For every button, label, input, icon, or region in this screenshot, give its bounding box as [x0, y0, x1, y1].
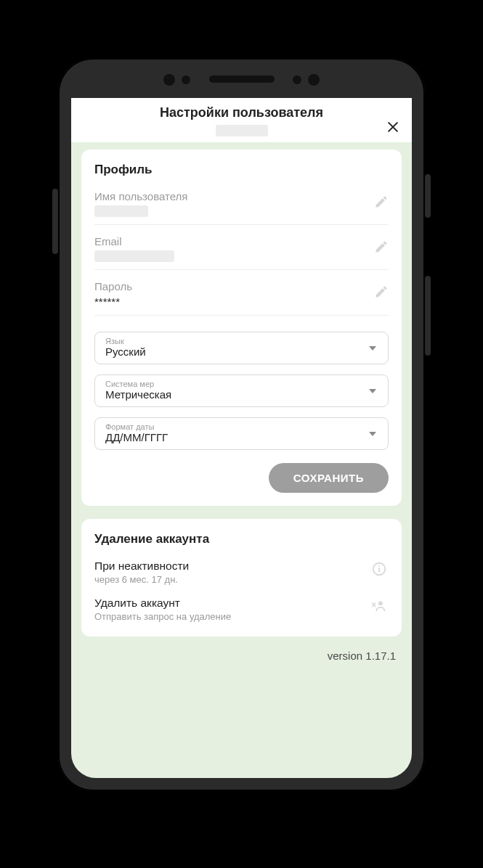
- phone-sensor-icon: [163, 74, 175, 86]
- password-value: ******: [94, 295, 389, 308]
- header-subtitle-redacted: [216, 125, 268, 136]
- svg-point-3: [378, 601, 383, 605]
- phone-speaker-icon: [209, 75, 275, 83]
- dateformat-select[interactable]: Формат даты ДД/ММ/ГГГГ: [94, 417, 389, 450]
- phone-sensor-icon: [293, 75, 301, 84]
- phone-sensor-icon: [182, 75, 190, 84]
- phone-side-button-right-2: [425, 276, 431, 356]
- language-select-label: Язык: [105, 337, 378, 345]
- username-field[interactable]: Имя пользователя: [94, 190, 389, 225]
- phone-top-bezel: [58, 58, 425, 98]
- content: Профиль Имя пользователя Email: [71, 142, 412, 778]
- delete-account-sub: Отправить запрос на удаление: [94, 611, 389, 622]
- phone-side-button-left: [52, 189, 58, 254]
- version-label: version 1.17.1: [81, 650, 402, 662]
- language-select[interactable]: Язык Русский: [94, 332, 389, 364]
- save-button[interactable]: СОХРАНИТЬ: [269, 463, 389, 493]
- dateformat-select-value: ДД/ММ/ГГГГ: [105, 431, 378, 443]
- password-label: Пароль: [94, 280, 389, 292]
- units-select-value: Метрическая: [105, 388, 378, 401]
- password-field[interactable]: Пароль ******: [94, 280, 389, 316]
- edit-password-button[interactable]: [374, 284, 389, 299]
- person-remove-icon: [371, 598, 387, 614]
- language-select-value: Русский: [105, 345, 378, 358]
- pencil-icon: [374, 284, 389, 299]
- chevron-down-icon: [369, 389, 376, 393]
- inactivity-sub: через 6 мес. 17 дн.: [94, 574, 389, 585]
- pencil-icon: [374, 195, 389, 209]
- info-icon: [371, 561, 387, 577]
- chevron-down-icon: [369, 432, 376, 436]
- close-icon: [386, 120, 400, 134]
- inactivity-row[interactable]: При неактивности через 6 мес. 17 дн.: [94, 554, 389, 591]
- pencil-icon: [374, 239, 389, 254]
- username-value-redacted: [94, 205, 148, 217]
- svg-rect-1: [378, 568, 380, 572]
- phone-side-button-right-1: [425, 174, 431, 218]
- edit-email-button[interactable]: [374, 239, 389, 254]
- delete-account-title: Удалить аккаунт: [94, 597, 389, 610]
- phone-sensor-icon: [308, 74, 320, 86]
- screen: Настройки пользователя Профиль Имя польз…: [71, 98, 412, 778]
- email-field[interactable]: Email: [94, 235, 389, 270]
- email-value-redacted: [94, 250, 174, 262]
- units-select-label: Система мер: [105, 380, 378, 388]
- delete-account-card: Удаление аккаунта При неактивности через…: [81, 519, 402, 636]
- header: Настройки пользователя: [71, 98, 412, 142]
- delete-card-title: Удаление аккаунта: [94, 532, 389, 546]
- units-select[interactable]: Система мер Метрическая: [94, 374, 389, 407]
- profile-card: Профиль Имя пользователя Email: [81, 150, 402, 506]
- inactivity-title: При неактивности: [94, 560, 389, 573]
- edit-username-button[interactable]: [374, 195, 389, 209]
- close-button[interactable]: [384, 118, 402, 136]
- profile-title: Профиль: [94, 163, 389, 177]
- svg-rect-2: [378, 565, 380, 567]
- chevron-down-icon: [369, 346, 376, 351]
- username-label: Имя пользователя: [94, 190, 389, 202]
- phone-frame: Настройки пользователя Профиль Имя польз…: [58, 58, 425, 791]
- dateformat-select-label: Формат даты: [105, 422, 378, 431]
- email-label: Email: [94, 235, 389, 247]
- page-title: Настройки пользователя: [81, 105, 402, 120]
- delete-account-row[interactable]: Удалить аккаунт Отправить запрос на удал…: [94, 591, 389, 628]
